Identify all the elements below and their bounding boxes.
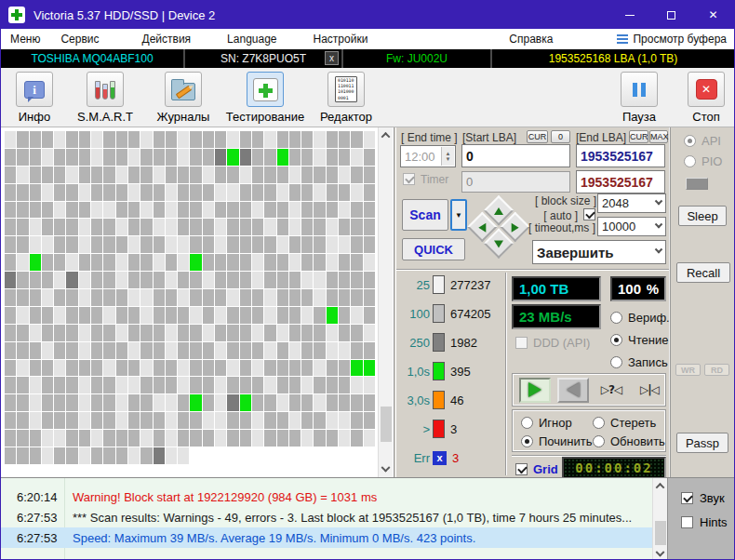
log-scrollbar[interactable] <box>652 478 667 560</box>
log-row[interactable]: 6:27:53*** Scan results: Warnings - 49, … <box>1 507 652 527</box>
api-radio[interactable] <box>684 135 696 147</box>
timer-checkbox[interactable] <box>403 173 415 185</box>
sound-toggle-row[interactable]: Звук <box>681 491 725 505</box>
device-capacity[interactable]: 1953525168 LBA (1,0 TB) <box>492 49 734 68</box>
scroll-up-icon[interactable] <box>379 127 393 142</box>
grid-checkbox[interactable] <box>515 463 528 475</box>
menu-item-3[interactable]: Действия <box>142 33 192 46</box>
hints-checkbox[interactable] <box>681 516 693 528</box>
log-row[interactable]: 6:27:53Speed: Maximum 39 MB/s. Average 1… <box>1 527 652 548</box>
finish-action-value: Завершить <box>537 245 614 260</box>
toolbar-pause-button[interactable]: Пауза <box>613 72 665 124</box>
scan-block <box>140 236 152 253</box>
menu-item-5[interactable]: Настройки <box>314 33 368 46</box>
menu-item-1[interactable]: Меню <box>10 33 40 46</box>
scan-block <box>178 307 189 324</box>
mode-radio-Чтение[interactable]: Чтение <box>610 334 670 346</box>
recall-button[interactable]: Recall <box>676 262 730 283</box>
toolbar-journals-button[interactable]: Журналы <box>146 72 220 124</box>
scroll-up-icon[interactable] <box>653 478 667 493</box>
play-button[interactable] <box>519 378 551 403</box>
mode-radio-Вериф.[interactable]: Вериф. <box>610 312 670 324</box>
sound-checkbox[interactable] <box>681 492 693 504</box>
menu-item-4[interactable]: Language <box>227 33 276 46</box>
menu-item-6[interactable]: Справка <box>509 33 553 46</box>
scan-block <box>264 412 275 429</box>
pio-radio-row[interactable]: PIO <box>684 155 722 167</box>
toolbar-editor-button[interactable]: 010110 110011 101000 0001 Редактор <box>310 72 382 124</box>
scan-button[interactable]: Scan <box>402 199 448 231</box>
end-time-input[interactable]: 12:00 ▲▼ <box>400 145 456 167</box>
close-button[interactable]: ✕ <box>692 1 734 29</box>
radio-icon[interactable] <box>610 356 622 368</box>
scan-block <box>289 219 301 235</box>
scan-block <box>339 394 350 411</box>
scan-map-scrollbar[interactable] <box>378 127 393 477</box>
toolbar-testing-button[interactable]: Тестирование <box>222 72 308 124</box>
auto-checkbox[interactable] <box>583 208 595 220</box>
ddd-api-checkbox[interactable] <box>515 337 528 349</box>
seek-edge-button[interactable]: ▷|◁ <box>634 383 665 396</box>
device-model[interactable]: TOSHIBA MQ04ABF100 <box>1 49 183 68</box>
scan-block <box>5 167 16 183</box>
scrollbar-thumb[interactable] <box>381 407 392 442</box>
scan-block <box>116 254 127 271</box>
scan-block <box>103 412 114 429</box>
toolbar-stop-button[interactable]: ✕ Стоп <box>680 72 732 124</box>
maximize-button[interactable] <box>650 1 692 29</box>
radio-icon[interactable] <box>521 435 533 447</box>
scan-block <box>351 219 362 235</box>
mode-radio-Запись[interactable]: Запись <box>610 356 670 368</box>
log-row[interactable]: 6:20:14Warning! Block start at 192212992… <box>1 487 652 507</box>
radio-icon[interactable] <box>610 334 622 346</box>
device-tab-close-button[interactable]: x <box>325 51 339 65</box>
time-spinner[interactable]: ▲▼ <box>441 147 454 166</box>
scan-block <box>154 202 165 219</box>
device-firmware[interactable]: Fw: JU002U <box>343 49 490 68</box>
scroll-down-icon[interactable] <box>379 462 393 477</box>
seek-question-button[interactable]: ▷?◁ <box>595 383 627 396</box>
end-lba-input[interactable]: 1953525167 <box>576 144 665 167</box>
finish-action-select[interactable]: Завершить <box>532 240 666 264</box>
toolbar-smart-button[interactable]: S.M.A.R.T <box>68 72 142 124</box>
radio-icon[interactable] <box>593 435 605 447</box>
scan-block <box>240 202 251 219</box>
start-lba-input[interactable]: 0 <box>461 144 570 167</box>
scrollbar-thumb[interactable] <box>655 521 666 545</box>
scan-dropdown-button[interactable]: ▼ <box>450 199 467 231</box>
scan-block <box>128 325 140 341</box>
scan-block <box>277 342 288 359</box>
buffer-view-button[interactable]: Просмотр буфера <box>617 33 727 46</box>
action-radio-Стереть[interactable]: Стереть <box>593 417 656 429</box>
quick-button[interactable]: QUICK <box>402 238 465 260</box>
scan-block <box>252 272 263 288</box>
start-lba-zero-button[interactable]: 0 <box>551 130 570 143</box>
radio-icon[interactable] <box>593 417 605 429</box>
action-radio-Обновить[interactable]: Обновить <box>593 435 665 447</box>
end-lba-cur-button[interactable]: CUR <box>629 130 648 143</box>
minimize-button[interactable] <box>608 1 650 29</box>
menu-item-2[interactable]: Сервис <box>60 33 99 46</box>
action-radio-Игнор[interactable]: Игнор <box>521 417 572 429</box>
block-size-select[interactable]: 2048 <box>597 193 666 213</box>
sleep-button[interactable]: Sleep <box>678 206 727 226</box>
hints-toggle-row[interactable]: Hints <box>681 515 728 529</box>
api-radio-row[interactable]: API <box>684 135 721 147</box>
radio-icon[interactable] <box>521 417 533 429</box>
scan-block <box>54 236 65 253</box>
rd-button[interactable]: RD <box>704 364 729 376</box>
end-lba-max-button[interactable]: MAX <box>649 130 668 143</box>
timer-input[interactable]: 0 <box>461 171 570 193</box>
end-lba-input-2[interactable]: 1953525167 <box>576 170 665 193</box>
scroll-down-icon[interactable] <box>653 547 667 560</box>
pio-radio[interactable] <box>684 155 696 167</box>
start-lba-cur-button[interactable]: CUR <box>527 130 548 143</box>
wr-button[interactable]: WR <box>675 364 701 376</box>
toolbar-info-button[interactable]: i Инфо <box>7 72 62 124</box>
radio-icon[interactable] <box>610 312 622 324</box>
device-serial[interactable]: SN: Z7K8PUO5T x <box>185 49 341 68</box>
action-radio-Починить[interactable]: Починить <box>521 435 593 447</box>
passport-button[interactable]: Passp <box>676 433 728 453</box>
back-button[interactable] <box>557 378 589 403</box>
timeout-select[interactable]: 10000 <box>597 217 666 236</box>
